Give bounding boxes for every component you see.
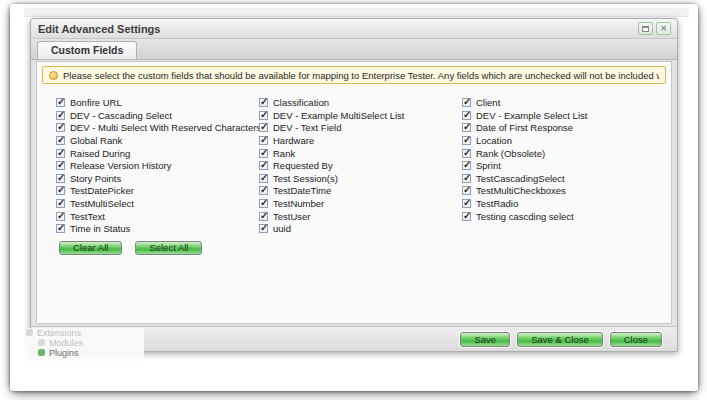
- checkbox[interactable]: [259, 136, 268, 145]
- background-tree-label: Modules: [49, 338, 83, 348]
- info-banner-text: Please select the custom fields that sho…: [63, 70, 659, 81]
- custom-field-item[interactable]: Bonfire URL: [56, 98, 259, 108]
- checkbox-label: TestUser: [273, 211, 310, 222]
- checkbox[interactable]: [259, 149, 268, 158]
- checkbox-label: DEV - Text Field: [273, 122, 341, 133]
- checkbox[interactable]: [259, 161, 268, 170]
- close-button[interactable]: Close: [610, 332, 662, 347]
- checkbox[interactable]: [259, 174, 268, 183]
- checkbox[interactable]: [259, 123, 268, 132]
- checkbox[interactable]: [462, 212, 471, 221]
- checkbox-label: TestCascadingSelect: [476, 173, 565, 184]
- custom-field-item[interactable]: Testing cascding select: [462, 211, 665, 221]
- background-tree-item: Extensions: [26, 328, 144, 337]
- select-all-button[interactable]: Select All: [135, 241, 202, 255]
- restore-button[interactable]: [638, 22, 653, 35]
- custom-field-item[interactable]: TestUser: [259, 211, 462, 221]
- checkbox[interactable]: [462, 186, 471, 195]
- checkbox-label: TestDatePicker: [70, 185, 134, 196]
- checkbox[interactable]: [56, 136, 65, 145]
- checkbox[interactable]: [56, 111, 65, 120]
- checkbox[interactable]: [462, 98, 471, 107]
- custom-field-item[interactable]: Rank (Obsolete): [462, 148, 665, 158]
- page: ExtensionsModulesPlugins Edit Advanced S…: [0, 0, 707, 400]
- custom-field-item[interactable]: TestDateTime: [259, 186, 462, 196]
- custom-field-item[interactable]: Release Version History: [56, 161, 259, 171]
- checkbox[interactable]: [462, 161, 471, 170]
- custom-field-item[interactable]: Test Session(s): [259, 174, 462, 184]
- info-banner: Please select the custom fields that sho…: [42, 66, 666, 84]
- custom-field-item[interactable]: Date of First Response: [462, 123, 665, 133]
- tab-custom-fields[interactable]: Custom Fields: [37, 41, 137, 59]
- lightbulb-icon: [49, 71, 58, 80]
- custom-field-item[interactable]: uuid: [259, 224, 462, 234]
- checkbox-label: Story Points: [70, 173, 121, 184]
- checkbox[interactable]: [56, 224, 65, 233]
- screenshot: ExtensionsModulesPlugins Edit Advanced S…: [24, 8, 689, 361]
- checkbox-label: uuid: [273, 223, 291, 234]
- checkbox-label: Hardware: [273, 135, 314, 146]
- checkbox[interactable]: [259, 186, 268, 195]
- save-button[interactable]: Save: [460, 332, 510, 347]
- custom-field-item[interactable]: Time in Status: [56, 224, 259, 234]
- checkbox[interactable]: [462, 123, 471, 132]
- checkbox-label: TestNumber: [273, 198, 324, 209]
- dialog-titlebar: Edit Advanced Settings ✕: [31, 19, 677, 39]
- checkbox-label: TestText: [70, 211, 105, 222]
- custom-field-item[interactable]: TestDatePicker: [56, 186, 259, 196]
- module-icon: [38, 339, 45, 346]
- checkbox-label: TestDateTime: [273, 185, 331, 196]
- background-toolbar: [24, 8, 689, 17]
- custom-field-item[interactable]: Classification: [259, 98, 462, 108]
- checkbox[interactable]: [462, 136, 471, 145]
- checkbox-label: TestMultiSelect: [70, 198, 134, 209]
- checkbox[interactable]: [56, 98, 65, 107]
- custom-field-item[interactable]: Rank: [259, 148, 462, 158]
- checkbox-label: Rank: [273, 148, 295, 159]
- checkbox[interactable]: [259, 224, 268, 233]
- checkbox[interactable]: [56, 199, 65, 208]
- save-and-close-button[interactable]: Save & Close: [517, 332, 603, 347]
- window-close-button[interactable]: ✕: [656, 22, 671, 35]
- custom-field-item[interactable]: DEV - Multi Select With Reserved Charact…: [56, 123, 259, 133]
- custom-field-item[interactable]: Global Rank: [56, 136, 259, 146]
- custom-fields-column-3: ClientDEV - Example Select ListDate of F…: [462, 98, 665, 234]
- custom-field-item[interactable]: Requested By: [259, 161, 462, 171]
- custom-field-item[interactable]: DEV - Text Field: [259, 123, 462, 133]
- checkbox[interactable]: [56, 161, 65, 170]
- custom-field-item[interactable]: TestMultiSelect: [56, 199, 259, 209]
- clear-all-button[interactable]: Clear All: [59, 241, 122, 255]
- checkbox[interactable]: [56, 174, 65, 183]
- custom-field-item[interactable]: Hardware: [259, 136, 462, 146]
- custom-field-item[interactable]: DEV - Example Select List: [462, 111, 665, 121]
- custom-field-item[interactable]: TestNumber: [259, 199, 462, 209]
- custom-field-item[interactable]: TestMultiCheckboxes: [462, 186, 665, 196]
- background-tree-item: Plugins: [38, 348, 144, 357]
- checkbox-label: Testing cascding select: [476, 211, 574, 222]
- folder-icon: [26, 329, 33, 336]
- checkbox[interactable]: [259, 199, 268, 208]
- checkbox[interactable]: [462, 174, 471, 183]
- custom-field-item[interactable]: Raised During: [56, 148, 259, 158]
- checkbox[interactable]: [56, 149, 65, 158]
- checkbox[interactable]: [462, 111, 471, 120]
- custom-field-item[interactable]: TestText: [56, 211, 259, 221]
- custom-field-item[interactable]: Location: [462, 136, 665, 146]
- checkbox[interactable]: [462, 149, 471, 158]
- checkbox[interactable]: [56, 212, 65, 221]
- custom-field-item[interactable]: TestRadio: [462, 199, 665, 209]
- custom-field-item[interactable]: DEV - Cascading Select: [56, 111, 259, 121]
- checkbox[interactable]: [259, 212, 268, 221]
- checkbox-label: Release Version History: [70, 160, 171, 171]
- custom-field-item[interactable]: Client: [462, 98, 665, 108]
- checkbox[interactable]: [259, 98, 268, 107]
- checkbox[interactable]: [56, 123, 65, 132]
- checkbox[interactable]: [462, 199, 471, 208]
- custom-field-item[interactable]: Story Points: [56, 174, 259, 184]
- checkbox-label: Rank (Obsolete): [476, 148, 545, 159]
- custom-field-item[interactable]: TestCascadingSelect: [462, 174, 665, 184]
- custom-field-item[interactable]: Sprint: [462, 161, 665, 171]
- checkbox[interactable]: [259, 111, 268, 120]
- checkbox[interactable]: [56, 186, 65, 195]
- custom-field-item[interactable]: DEV - Example MultiSelect List: [259, 111, 462, 121]
